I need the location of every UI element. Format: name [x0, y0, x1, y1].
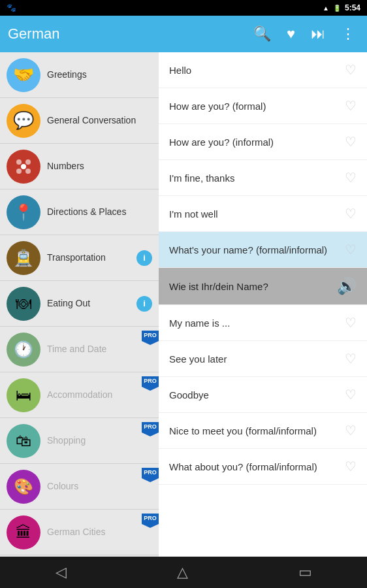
phrase-how-formal-heart[interactable]: ♡: [345, 98, 357, 114]
phrase-im-fine[interactable]: I'm fine, thanks ♡: [159, 160, 367, 196]
phrase-nice-meet-text: Nice to meet you (formal/informal): [169, 425, 340, 436]
time-date-icon: 🕐: [7, 333, 40, 367]
transportation-icon: 🚊: [7, 241, 40, 275]
phrase-goodbye[interactable]: Goodbye ♡: [159, 377, 367, 413]
phrase-hello-text: Hello: [169, 65, 340, 76]
svg-point-3: [25, 169, 31, 174]
sidebar-item-german-cities[interactable]: 🏛 German Cities PRO: [0, 510, 159, 555]
status-time: 5:54: [345, 3, 360, 12]
phrase-how-informal[interactable]: How are you? (informal) ♡: [159, 124, 367, 160]
phrase-see-later-heart[interactable]: ♡: [345, 351, 357, 367]
phrase-how-informal-text: How are you? (informal): [169, 137, 340, 148]
sidebar-item-directions-places[interactable]: 📍 Directions & Places: [0, 189, 159, 235]
phrase-wie-ist-text: Wie ist Ihr/dein Name?: [169, 281, 332, 292]
eating-out-icon: 🍽: [7, 287, 40, 321]
phrase-whats-name-heart[interactable]: ♡: [345, 242, 357, 257]
phrase-goodbye-heart[interactable]: ♡: [345, 387, 357, 402]
greetings-label: Greetings: [47, 69, 87, 80]
phrase-what-about-text: What about you? (formal/informal): [169, 461, 340, 472]
nav-back-button[interactable]: ◁: [42, 559, 80, 586]
eating-out-info-badge: i: [136, 296, 152, 312]
search-action[interactable]: 🔍: [249, 22, 275, 46]
phrase-not-well-text: I'm not well: [169, 208, 340, 220]
app-title: German: [8, 25, 242, 42]
directions-label: Directions & Places: [47, 206, 126, 218]
phrase-wie-ist-speaker[interactable]: 🔊: [337, 277, 357, 295]
sidebar-item-general-conversation[interactable]: 💬 General Conversation: [0, 98, 159, 144]
phrase-how-formal[interactable]: How are you? (formal) ♡: [159, 88, 367, 124]
shopping-pro-badge: PRO: [142, 422, 159, 433]
sidebar-item-transportation[interactable]: 🚊 Transportation i: [0, 235, 159, 281]
top-bar: German 🔍 ♥ ⏭ ⋮: [0, 16, 367, 52]
accommodation-label: Accommodation: [47, 389, 112, 400]
svg-point-2: [16, 169, 22, 174]
phrase-how-informal-heart[interactable]: ♡: [345, 134, 357, 150]
colours-pro-badge: PRO: [142, 468, 159, 478]
sidebar-item-eating-out[interactable]: 🍽 Eating Out i: [0, 281, 159, 327]
more-action[interactable]: ⋮: [337, 22, 359, 46]
eating-out-label: Eating Out: [47, 298, 90, 309]
phrase-nice-meet-heart[interactable]: ♡: [345, 423, 357, 438]
phrase-how-formal-text: How are you? (formal): [169, 101, 340, 112]
phrase-wie-ist[interactable]: Wie ist Ihr/dein Name? 🔊: [159, 268, 367, 305]
phrase-hello[interactable]: Hello ♡: [159, 52, 367, 88]
numbers-icon: [7, 150, 40, 184]
phrase-goodbye-text: Goodbye: [169, 389, 340, 400]
colours-icon: 🎨: [7, 470, 40, 504]
phrase-my-name-text: My name is ...: [169, 318, 340, 329]
sidebar-item-numbers[interactable]: Numbers: [0, 144, 159, 189]
directions-icon: 📍: [7, 195, 40, 229]
wifi-icon: ▲: [323, 5, 329, 12]
general-conversation-label: General Conversation: [47, 115, 136, 126]
time-date-label: Time and Date: [47, 344, 106, 355]
phrase-whats-name[interactable]: What's your name? (formal/informal) ♡: [159, 232, 367, 268]
notification-icon: 🐾: [7, 3, 16, 12]
phrase-see-later[interactable]: See you later ♡: [159, 341, 367, 377]
phrase-my-name-heart[interactable]: ♡: [345, 315, 357, 331]
phrase-im-fine-heart[interactable]: ♡: [345, 170, 357, 186]
phrase-hello-heart[interactable]: ♡: [345, 62, 357, 78]
battery-icon: 🔋: [333, 5, 341, 12]
accommodation-pro-badge: PRO: [142, 376, 159, 387]
sidebar-item-greetings[interactable]: 🤝 Greetings: [0, 52, 159, 98]
transportation-label: Transportation: [47, 252, 106, 263]
german-cities-icon: 🏛: [7, 515, 40, 549]
phrase-what-about-heart[interactable]: ♡: [345, 459, 357, 474]
phrase-what-about[interactable]: What about you? (formal/informal) ♡: [159, 449, 367, 485]
time-date-pro-badge: PRO: [142, 331, 159, 341]
play-action[interactable]: ⏭: [307, 22, 329, 46]
phrase-im-fine-text: I'm fine, thanks: [169, 172, 340, 184]
phrase-not-well[interactable]: I'm not well ♡: [159, 196, 367, 232]
phrase-my-name[interactable]: My name is ... ♡: [159, 305, 367, 341]
shopping-label: Shopping: [47, 435, 86, 446]
sidebar-item-shopping[interactable]: 🛍 Shopping PRO: [0, 418, 159, 464]
svg-point-1: [25, 159, 31, 165]
phrase-see-later-text: See you later: [169, 353, 340, 365]
german-cities-pro-badge: PRO: [142, 514, 159, 524]
sidebar-item-time-date[interactable]: 🕐 Time and Date PRO: [0, 327, 159, 372]
phrase-whats-name-text: What's your name? (formal/informal): [169, 244, 340, 255]
svg-point-0: [16, 159, 22, 165]
general-conversation-icon: 💬: [7, 104, 40, 138]
favorite-action[interactable]: ♥: [283, 22, 299, 46]
phrase-nice-meet[interactable]: Nice to meet you (formal/informal) ♡: [159, 413, 367, 449]
sidebar: 🤝 Greetings 💬 General Conversation Numbe…: [0, 52, 159, 557]
status-bar: 🐾 ▲ 🔋 5:54: [0, 0, 367, 16]
nav-recent-button[interactable]: ▭: [285, 559, 325, 586]
phrase-not-well-heart[interactable]: ♡: [345, 206, 357, 221]
accommodation-icon: 🛏: [7, 378, 40, 412]
german-cities-label: German Cities: [47, 527, 105, 538]
numbers-label: Numbers: [47, 161, 84, 172]
sidebar-item-colours[interactable]: 🎨 Colours PRO: [0, 464, 159, 510]
shopping-icon: 🛍: [7, 424, 40, 458]
nav-home-button[interactable]: △: [164, 559, 201, 586]
sidebar-item-accommodation[interactable]: 🛏 Accommodation PRO: [0, 372, 159, 418]
colours-label: Colours: [47, 481, 78, 492]
svg-point-4: [21, 164, 26, 169]
greetings-icon: 🤝: [7, 58, 40, 92]
bottom-nav: ◁ △ ▭: [0, 557, 367, 588]
transportation-info-badge: i: [136, 250, 152, 266]
right-panel: Hello ♡ How are you? (formal) ♡ How are …: [159, 52, 367, 557]
main-content: 🤝 Greetings 💬 General Conversation Numbe…: [0, 52, 367, 557]
